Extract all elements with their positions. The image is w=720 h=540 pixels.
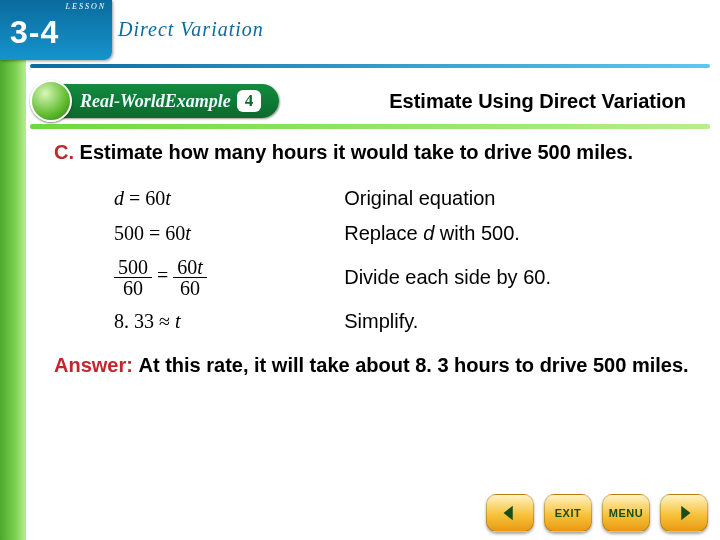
prompt-text: Estimate how many hours it would take to… [80,141,634,163]
separator-top [30,64,710,68]
step-description: Replace d with 500. [340,216,690,251]
separator-green [30,124,710,129]
step-row: 50060 = 60t60 Divide each side by 60. [54,251,690,304]
banner-word: Example [165,91,231,112]
slide-title: Estimate Using Direct Variation [389,90,710,113]
menu-button[interactable]: MENU [602,494,650,532]
lesson-number: 3-4 [6,4,106,51]
globe-icon [30,80,72,122]
left-accent-stripe [0,0,26,540]
arrow-right-icon [673,502,695,524]
step-equation: d = 60t [54,181,340,216]
next-button[interactable] [660,494,708,532]
step-row: 8. 33 ≈ t Simplify. [54,304,690,339]
exit-button[interactable]: EXIT [544,494,592,532]
example-banner: Real-World Example 4 [54,84,279,118]
step-row: 500 = 60t Replace d with 500. [54,216,690,251]
prev-button[interactable] [486,494,534,532]
step-equation: 8. 33 ≈ t [54,304,340,339]
step-description: Original equation [340,181,690,216]
step-row: d = 60t Original equation [54,181,690,216]
example-number: 4 [237,90,262,112]
question-prompt: C. Estimate how many hours it would take… [54,140,690,165]
answer-text: At this rate, it will take about 8. 3 ho… [138,354,688,376]
banner-prefix: Real-World [80,91,165,112]
answer-label: Answer: [54,354,133,376]
nav-bar: EXIT MENU [486,494,708,532]
answer-block: Answer: At this rate, it will take about… [54,353,690,378]
prompt-letter: C. [54,141,74,163]
real-world-badge: Real-World Example 4 [30,81,279,121]
lesson-label: LESSON [66,2,106,11]
step-equation: 500 = 60t [54,216,340,251]
step-equation: 50060 = 60t60 [54,251,340,304]
step-description: Divide each side by 60. [340,251,690,304]
solution-steps: d = 60t Original equation 500 = 60t Repl… [54,181,690,339]
arrow-left-icon [499,502,521,524]
example-header-row: Real-World Example 4 Estimate Using Dire… [30,78,710,124]
lesson-tab: LESSON 3-4 [0,0,112,60]
lesson-title: Direct Variation [118,18,264,41]
step-description: Simplify. [340,304,690,339]
content-area: C. Estimate how many hours it would take… [54,140,690,480]
